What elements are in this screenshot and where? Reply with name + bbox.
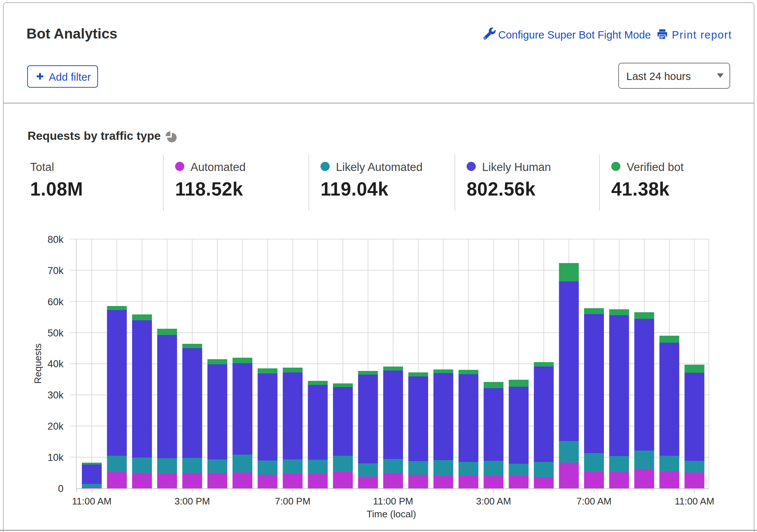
svg-text:10k: 10k <box>47 452 64 463</box>
svg-text:80k: 80k <box>47 234 64 245</box>
svg-text:3:00 AM: 3:00 AM <box>476 496 511 507</box>
svg-text:11:00 PM: 11:00 PM <box>373 496 413 507</box>
svg-text:3:00 PM: 3:00 PM <box>174 496 210 507</box>
svg-text:11:00 AM: 11:00 AM <box>72 496 112 507</box>
svg-text:11:00 AM: 11:00 AM <box>675 496 714 507</box>
svg-text:70k: 70k <box>47 265 64 276</box>
svg-text:7:00 AM: 7:00 AM <box>576 496 611 507</box>
svg-text:50k: 50k <box>47 328 64 339</box>
svg-text:30k: 30k <box>47 390 64 401</box>
svg-text:Requests: Requests <box>32 343 43 384</box>
svg-text:Time (local): Time (local) <box>367 509 416 520</box>
svg-text:0: 0 <box>58 483 64 494</box>
svg-text:20k: 20k <box>47 421 64 432</box>
svg-text:7:00 PM: 7:00 PM <box>275 496 311 507</box>
svg-text:60k: 60k <box>47 296 64 307</box>
svg-text:40k: 40k <box>47 358 64 369</box>
